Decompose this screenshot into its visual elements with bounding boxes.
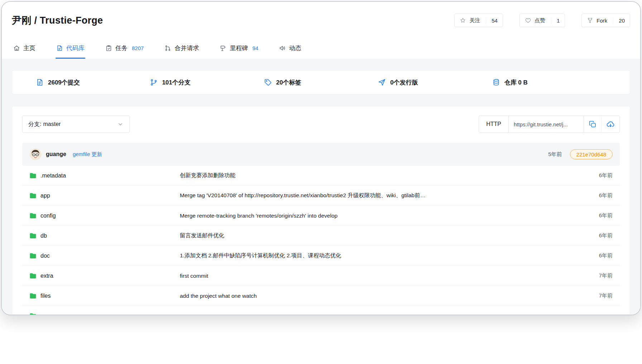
- tab-activity[interactable]: 动态: [278, 39, 302, 59]
- home-icon: [13, 45, 20, 52]
- file-commit-message: 留言发送邮件优化: [180, 232, 583, 239]
- tab-label: 代码库: [66, 44, 85, 52]
- tab-home[interactable]: 主页: [13, 39, 36, 59]
- file-updated-time: 6年前: [583, 252, 613, 259]
- folder-icon: [29, 272, 37, 280]
- issues-count-badge: 8207: [132, 45, 144, 51]
- commit-sha-badge[interactable]: 221e70d648: [570, 149, 613, 159]
- chevron-down-icon: [117, 121, 124, 127]
- fork-label: Fork: [597, 18, 607, 24]
- copy-icon: [589, 120, 597, 128]
- stat-releases[interactable]: 0个发行版: [378, 78, 492, 87]
- git-branch-icon: [150, 78, 158, 86]
- file-commit-message: 1.添加文档 2.邮件中缺陷序号计算机制优化 2.项目、课程动态优化: [180, 252, 583, 259]
- file-row[interactable]: app Merge tag 'V20140708' of http://repo…: [22, 186, 620, 206]
- tab-label: 任务: [115, 44, 128, 52]
- file-name: config: [40, 213, 56, 219]
- repo-header: 尹刚 / Trustie-Forge 关注 54 点赞 1: [2, 2, 640, 59]
- folder-icon: [29, 252, 37, 259]
- file-row[interactable]: doc 1.添加文档 2.邮件中缺陷序号计算机制优化 2.项目、课程动态优化 6…: [22, 246, 620, 266]
- milestone-icon: [220, 45, 226, 52]
- watch-button[interactable]: 关注 54: [454, 14, 503, 27]
- stat-repo-size[interactable]: 仓库 0 B: [492, 78, 606, 87]
- file-name: doc: [40, 253, 50, 259]
- stat-label: 101个分支: [162, 78, 190, 87]
- repo-tabs: 主页 代码库 任务 8207 合并请求: [12, 39, 630, 59]
- milestones-count-badge: 94: [252, 45, 258, 51]
- download-button[interactable]: [601, 116, 619, 132]
- tab-milestones[interactable]: 里程碑 94: [219, 39, 259, 59]
- app-window: 尹刚 / Trustie-Forge 关注 54 点赞 1: [1, 1, 641, 315]
- tab-label: 动态: [289, 44, 301, 52]
- commit-time: 5年前: [548, 151, 562, 158]
- heart-icon: [525, 17, 531, 24]
- stat-commits[interactable]: 2609个提交: [36, 78, 150, 87]
- folder-icon: [29, 292, 37, 300]
- watch-label: 关注: [469, 17, 480, 24]
- folder-icon: [29, 192, 37, 199]
- file-name: app: [40, 193, 50, 199]
- star-icon: [460, 17, 466, 24]
- stat-branches[interactable]: 101个分支: [150, 78, 264, 87]
- file-name: extra: [40, 273, 53, 279]
- file-commit-message: Merge remote-tracking branch 'remotes/or…: [180, 213, 583, 219]
- folder-icon: [29, 212, 37, 219]
- file-name: files: [40, 293, 51, 299]
- file-row[interactable]: [22, 306, 620, 315]
- branch-selector[interactable]: 分支: master: [22, 116, 130, 133]
- copy-url-button[interactable]: [584, 116, 601, 132]
- commit-message-link[interactable]: gemfile 更新: [73, 151, 102, 158]
- tab-label: 合并请求: [174, 44, 199, 52]
- file-updated-time: 6年前: [583, 192, 613, 199]
- file-updated-time: 6年前: [583, 212, 613, 219]
- repository-icon: [56, 45, 63, 52]
- stat-label: 0个发行版: [390, 78, 418, 87]
- avatar[interactable]: [29, 148, 42, 160]
- file-row[interactable]: .metadata 创新竞赛添加删除功能 6年前: [22, 166, 620, 186]
- fork-count: 20: [613, 18, 625, 24]
- repo-toolbar: 分支: master HTTP https://git.trustie.net/…: [22, 116, 620, 133]
- folder-icon: [29, 172, 37, 179]
- file-updated-time: 6年前: [583, 172, 613, 179]
- watch-count: 54: [486, 18, 498, 24]
- file-row[interactable]: extra first commit 7年前: [22, 266, 620, 286]
- repo-content: 2609个提交 101个分支 20个标签 0个发行版: [2, 59, 640, 315]
- praise-button[interactable]: 点赞 1: [519, 14, 565, 27]
- folder-icon: [29, 312, 37, 316]
- branch-name: master: [43, 121, 61, 127]
- tag-icon: [264, 78, 272, 86]
- file-row[interactable]: files add the project what one watch 7年前: [22, 286, 620, 306]
- tab-repository[interactable]: 代码库: [56, 39, 85, 59]
- branch-label: 分支:: [28, 121, 41, 128]
- file-updated-time: 7年前: [583, 292, 613, 299]
- database-icon: [492, 78, 500, 86]
- file-commit-message: 创新竞赛添加删除功能: [180, 172, 583, 179]
- file-list: .metadata 创新竞赛添加删除功能 6年前 app Merge tag '…: [22, 166, 620, 315]
- stat-tags[interactable]: 20个标签: [264, 78, 378, 87]
- tab-issues[interactable]: 任务 8207: [105, 39, 144, 59]
- stat-label: 仓库 0 B: [504, 78, 528, 87]
- cloud-download-icon: [606, 120, 615, 128]
- stat-label: 20个标签: [276, 78, 301, 87]
- file-commit-message: first commit: [180, 273, 583, 279]
- clone-url-field[interactable]: https://git.trustie.net/j...: [509, 116, 584, 132]
- praise-count: 1: [551, 18, 560, 24]
- tab-label: 里程碑: [230, 44, 248, 52]
- stat-label: 2609个提交: [48, 78, 80, 87]
- tab-merge-requests[interactable]: 合并请求: [164, 39, 200, 59]
- file-name: .metadata: [40, 173, 66, 179]
- commit-author[interactable]: guange: [46, 151, 66, 157]
- praise-label: 点赞: [535, 17, 545, 24]
- protocol-toggle[interactable]: HTTP: [479, 116, 509, 132]
- file-row[interactable]: config Merge remote-tracking branch 'rem…: [22, 206, 620, 226]
- repo-stats-bar: 2609个提交 101个分支 20个标签 0个发行版: [12, 70, 630, 94]
- task-icon: [105, 45, 112, 52]
- file-commit-message: Merge tag 'V20140708' of http://reposito…: [180, 192, 583, 199]
- repo-action-buttons: 关注 54 点赞 1 Fork 20: [454, 14, 630, 27]
- file-row[interactable]: db 留言发送邮件优化 6年前: [22, 226, 620, 246]
- file-commit-message: add the project what one watch: [180, 293, 583, 299]
- repo-browser-card: 分支: master HTTP https://git.trustie.net/…: [12, 106, 630, 315]
- commit-file-icon: [36, 78, 44, 86]
- fork-button[interactable]: Fork 20: [581, 14, 630, 27]
- folder-icon: [29, 232, 37, 239]
